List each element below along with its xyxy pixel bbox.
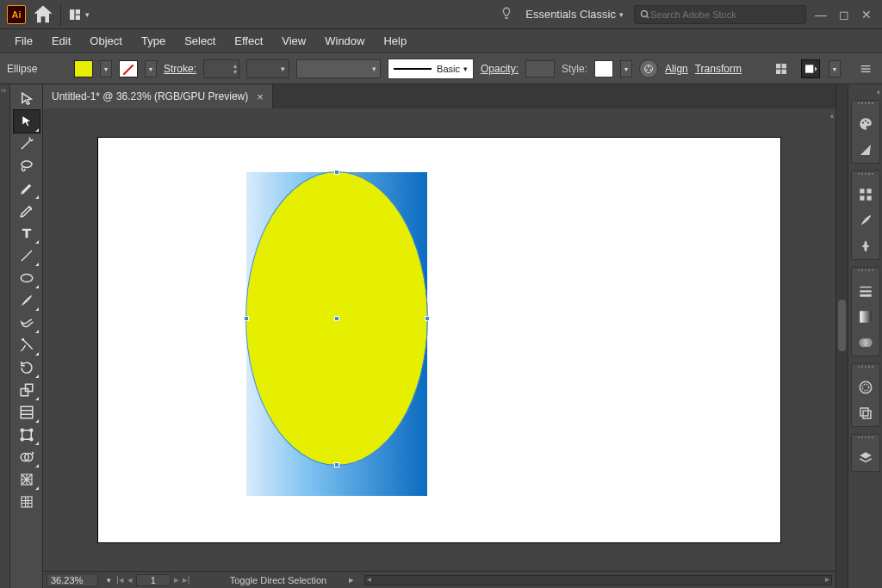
tool-mesh[interactable] [14,491,40,513]
zoom-dropdown[interactable]: ▾ [107,576,111,585]
style-label: Style: [562,63,587,75]
anchor-handle-top[interactable] [334,170,339,175]
style-dropdown[interactable]: ▾ [620,60,632,77]
opacity-label[interactable]: Opacity: [481,63,519,75]
menu-effect[interactable]: Effect [227,32,270,50]
menu-file[interactable]: File [7,32,40,50]
menu-select[interactable]: Select [177,32,223,50]
tool-curvature[interactable] [14,200,40,222]
align-link[interactable]: Align [665,63,688,75]
canvas[interactable]: ‹‹ [43,108,835,571]
tool-pen[interactable] [14,177,40,200]
tool-line[interactable] [14,244,40,267]
vertical-scroll-thumb[interactable] [838,300,846,351]
tool-scale[interactable] [14,379,40,401]
stroke-label[interactable]: Stroke: [164,63,196,75]
tool-paintbrush[interactable] [14,289,40,312]
anchor-handle-right[interactable] [425,316,430,321]
tool-shape-builder[interactable] [14,446,40,468]
panel-menu-icon[interactable] [856,59,875,78]
menu-view[interactable]: View [274,32,314,50]
window-maximize-button[interactable]: ◻ [839,8,849,22]
left-collapse-strip[interactable]: ›› [0,84,10,588]
isolate-button[interactable] [772,59,791,78]
options-overflow[interactable]: ▾ [829,60,841,77]
horizontal-scrollbar[interactable] [364,575,832,585]
panel-appearance-icon[interactable] [856,378,875,397]
right-collapse-chevrons[interactable]: ‹‹ [830,112,832,121]
panel-graphicstyles-icon[interactable] [856,404,875,423]
svg-rect-15 [861,68,871,69]
svg-point-39 [861,121,863,123]
tool-free-transform[interactable] [14,424,40,446]
artboard[interactable] [98,138,780,542]
window-minimize-button[interactable]: — [815,8,827,22]
menu-help[interactable]: Help [376,32,414,50]
nav-first[interactable]: |◂ [116,574,124,585]
menu-object[interactable]: Object [82,32,130,50]
anchor-handle-center[interactable] [334,316,339,321]
panel-brushes-icon[interactable] [856,211,875,230]
nav-prev[interactable]: ◂ [127,574,133,585]
panel-color-icon[interactable] [856,115,875,133]
brush-definition-dropdown[interactable]: Basic ▾ [388,59,474,79]
fill-swatch[interactable] [74,60,93,77]
search-help-icon[interactable] [500,6,513,22]
opacity-input[interactable] [525,60,555,77]
toolbox [10,84,43,588]
tool-type[interactable] [14,222,40,244]
document-tab[interactable]: Untitled-1* @ 36.23% (RGB/GPU Preview) × [43,84,273,108]
anchor-handle-bottom[interactable] [334,462,339,467]
tool-direct-selection[interactable] [14,110,40,133]
home-button[interactable] [31,3,55,26]
panel-colorguide-icon[interactable] [856,140,875,159]
vertical-scrollbar[interactable] [835,84,848,588]
stroke-dropdown[interactable]: ▾ [145,60,157,77]
tool-selection[interactable] [14,88,40,110]
recolor-artwork-button[interactable] [639,59,658,78]
stroke-swatch[interactable] [119,60,138,77]
varwidth-profile-dropdown[interactable]: ▾ [246,59,289,78]
artboard-number-input[interactable]: 1 [136,574,171,586]
window-close-button[interactable]: ✕ [861,8,872,22]
align-pixel-button[interactable] [801,59,820,78]
nav-next[interactable]: ▸ [174,574,179,585]
menu-type[interactable]: Type [134,32,173,50]
brush-stroke-preview [394,68,432,70]
tool-perspective[interactable] [14,468,40,491]
tool-eraser[interactable] [14,334,40,356]
menu-window[interactable]: Window [317,32,372,50]
arrange-documents-button[interactable]: ▾ [66,3,90,26]
tool-width[interactable] [14,401,40,424]
brush-gray-box[interactable]: ▾ [296,59,381,78]
stroke-weight-input[interactable]: ▴▾ [203,59,239,78]
fill-dropdown[interactable]: ▾ [100,60,112,77]
graphic-style-swatch[interactable] [594,60,613,77]
workspace-switcher[interactable]: Essentials Classic ▾ [525,8,624,21]
expand-panels-chevron[interactable]: ‹‹ [877,88,879,96]
panel-swatches-icon[interactable] [856,185,875,204]
status-menu-arrow[interactable]: ▸ [349,574,354,585]
transform-link[interactable]: Transform [695,63,742,75]
tab-close-button[interactable]: × [257,90,264,103]
caret-down-icon: ▾ [619,10,624,19]
tool-rectangle[interactable] [14,267,40,289]
zoom-level-input[interactable]: 36.23% [47,573,98,587]
tool-magic-wand[interactable] [14,133,40,155]
panel-layers-icon[interactable] [856,449,875,467]
panel-symbols-icon[interactable] [856,237,875,256]
tool-rotate[interactable] [14,356,40,379]
stock-search[interactable] [634,5,806,24]
stock-search-input[interactable] [650,9,800,20]
svg-rect-54 [860,408,868,416]
tool-pencil[interactable] [14,312,40,334]
panel-transparency-icon[interactable] [856,333,875,352]
tool-lasso[interactable] [14,155,40,177]
app-logo: Ai [7,5,26,24]
menu-edit[interactable]: Edit [44,32,78,50]
panel-gradient-icon[interactable] [856,307,875,326]
search-icon [640,9,650,20]
nav-last[interactable]: ▸| [183,574,190,585]
anchor-handle-left[interactable] [244,316,249,321]
panel-stroke-icon[interactable] [856,282,875,300]
